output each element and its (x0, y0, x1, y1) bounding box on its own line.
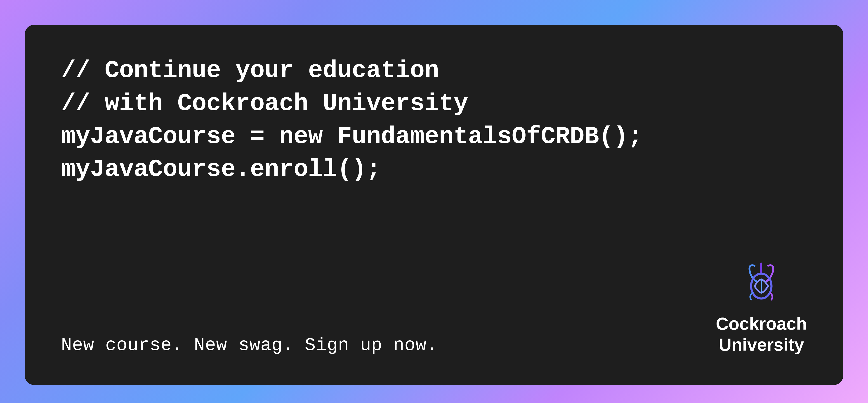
cockroach-logo-icon (739, 261, 784, 307)
logo-section: Cockroach University (716, 261, 807, 355)
logo-line2: University (716, 334, 807, 355)
code-line-3: myJavaCourse = new FundamentalsOfCRDB(); (61, 120, 807, 153)
main-card: // Continue your education // with Cockr… (25, 25, 843, 385)
logo-text: Cockroach University (716, 313, 807, 355)
logo-line1: Cockroach (716, 313, 807, 335)
code-line-1: // Continue your education (61, 54, 807, 87)
code-line-2: // with Cockroach University (61, 87, 807, 120)
code-line-4: myJavaCourse.enroll(); (61, 153, 807, 186)
tagline: New course. New swag. Sign up now. (61, 335, 438, 355)
bottom-section: New course. New swag. Sign up now. (61, 261, 807, 355)
code-block: // Continue your education // with Cockr… (61, 54, 807, 186)
